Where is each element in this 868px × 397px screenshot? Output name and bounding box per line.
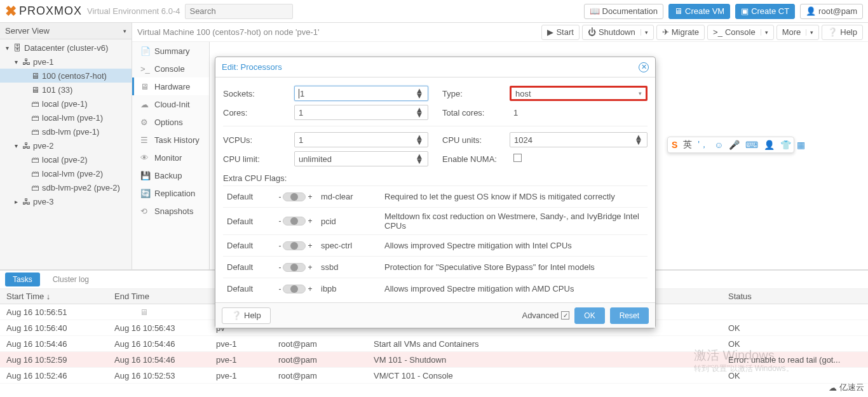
- advanced-checkbox[interactable]: ✓: [561, 311, 569, 320]
- help-button[interactable]: ❔Help: [222, 307, 271, 324]
- keyboard-icon[interactable]: ⌨: [745, 140, 758, 150]
- breadcrumb: Virtual Machine 100 (centos7-hot) on nod…: [137, 27, 320, 37]
- tree-item[interactable]: 🗃local (pve-2): [0, 152, 132, 166]
- cpu-type-select[interactable]: host▾: [510, 86, 648, 101]
- spin-down-icon[interactable]: ▼: [415, 159, 424, 164]
- caret-icon: ▾: [4, 44, 10, 51]
- numa-checkbox[interactable]: [513, 154, 522, 162]
- submenu-item-backup[interactable]: 💾Backup: [132, 166, 209, 184]
- task-row[interactable]: Aug 16 10:52:59 Aug 16 10:54:46 pve-1 ro…: [0, 352, 868, 368]
- monitor-icon: 🖥: [31, 85, 39, 94]
- cpu-flags-list[interactable]: Default - + md-clear Required to let the…: [223, 185, 648, 299]
- shutdown-button[interactable]: ⏻Shutdown▾: [582, 25, 654, 40]
- help-icon: ❔: [827, 27, 837, 37]
- flag-slider[interactable]: - +: [270, 217, 321, 225]
- chevron-down-icon[interactable]: ▾: [806, 29, 813, 36]
- user-icon: 👤: [806, 6, 816, 16]
- submenu-item-options[interactable]: ⚙Options: [132, 113, 209, 131]
- cores-label: Cores:: [223, 108, 294, 118]
- create-vm-button[interactable]: 🖥Create VM: [668, 4, 730, 19]
- type-label: Type:: [442, 89, 510, 98]
- flag-slider[interactable]: - +: [270, 285, 321, 293]
- ime-toolbar[interactable]: S 英 '， ☺ 🎤 ⌨ 👤 👕 ▦: [667, 137, 794, 153]
- create-ct-button[interactable]: ▣Create CT: [735, 4, 795, 19]
- tree-item[interactable]: 🗃local-lvm (pve-2): [0, 166, 132, 180]
- tree-item[interactable]: ▾🖧pve-1: [0, 55, 132, 69]
- task-row[interactable]: Aug 16 10:52:46 Aug 16 10:52:53 pve-1 ro…: [0, 368, 868, 384]
- search-input[interactable]: [185, 4, 293, 19]
- flag-slider[interactable]: - +: [270, 241, 321, 250]
- advanced-toggle[interactable]: Advanced✓: [522, 311, 569, 320]
- reset-button[interactable]: Reset: [610, 307, 649, 324]
- user-icon[interactable]: 👤: [764, 140, 775, 150]
- col-start-time[interactable]: Start Time ↓: [0, 292, 114, 301]
- console-button[interactable]: >_Console▾: [707, 25, 774, 40]
- mic-icon[interactable]: 🎤: [729, 140, 740, 150]
- punct-icon[interactable]: '，: [698, 139, 709, 151]
- task-row[interactable]: Aug 16 10:54:46 Aug 16 10:54:46 pve-1 ro…: [0, 336, 868, 352]
- flag-slider[interactable]: - +: [270, 192, 321, 201]
- documentation-button[interactable]: 📖Documentation: [584, 4, 663, 19]
- flag-default-label: Default: [223, 192, 270, 201]
- ok-button[interactable]: OK: [574, 307, 604, 324]
- tree-item[interactable]: 🖥101 (33): [0, 83, 132, 97]
- more-button[interactable]: More▾: [776, 25, 820, 40]
- sidebar-header[interactable]: Server View ▾: [0, 23, 132, 39]
- cpu-flag-row: Default - + spec-ctrl Allows improved Sp…: [223, 235, 648, 257]
- chevron-down-icon[interactable]: ▾: [641, 29, 648, 36]
- chevron-down-icon[interactable]: ▾: [761, 29, 768, 36]
- edit-processors-modal: Edit: Processors ✕ Sockets: 1▲▼ Type: ho…: [215, 57, 656, 328]
- submenu-item-monitor[interactable]: 👁Monitor: [132, 149, 209, 166]
- flag-name: ibpb: [321, 284, 384, 293]
- submenu-item-cloud-init[interactable]: ☁Cloud-Init: [132, 95, 209, 113]
- start-button[interactable]: ▶Start: [541, 25, 579, 40]
- tree-label: Datacenter (cluster-v6): [24, 43, 108, 53]
- cpu-limit-input[interactable]: unlimited▲▼: [294, 151, 428, 166]
- emoji-icon[interactable]: ☺: [714, 140, 723, 150]
- storage-icon: 🗃: [31, 127, 39, 136]
- cloud-icon: ☁: [140, 100, 149, 109]
- submenu-item-summary[interactable]: 📄Summary: [132, 42, 209, 60]
- col-status[interactable]: Status: [728, 292, 868, 301]
- lang-indicator[interactable]: 英: [683, 139, 692, 151]
- spin-down-icon[interactable]: ▼: [415, 93, 424, 98]
- tab-tasks[interactable]: Tasks: [5, 273, 40, 286]
- skin-icon[interactable]: 👕: [780, 140, 791, 150]
- spin-down-icon[interactable]: ▼: [634, 140, 643, 145]
- help-button[interactable]: ❔Help: [822, 25, 863, 40]
- tree-item[interactable]: 🗃sdb-lvm-pve2 (pve-2): [0, 180, 132, 194]
- submenu-item-replication[interactable]: 🔄Replication: [132, 184, 209, 202]
- tree-item[interactable]: ▸🖧pve-3: [0, 194, 132, 208]
- sockets-input[interactable]: 1▲▼: [294, 86, 428, 101]
- tree-item[interactable]: 🗃local (pve-1): [0, 97, 132, 111]
- tree-item[interactable]: 🖥100 (centos7-hot): [0, 69, 132, 83]
- vcpus-input[interactable]: 1▲▼: [294, 132, 428, 147]
- cpu-limit-label: CPU limit:: [223, 154, 294, 164]
- tree-item[interactable]: ▾🖧pve-2: [0, 138, 132, 152]
- sockets-label: Sockets:: [223, 89, 294, 98]
- cpu-units-input[interactable]: 1024▲▼: [510, 132, 648, 147]
- submenu-item-task-history[interactable]: ☰Task History: [132, 131, 209, 149]
- sogou-icon[interactable]: S: [672, 140, 677, 150]
- tree-item[interactable]: ▾🗄Datacenter (cluster-v6): [0, 41, 132, 55]
- submenu-item-snapshots[interactable]: ⟲Snapshots: [132, 202, 209, 220]
- caret-icon: ▾: [13, 58, 19, 65]
- spin-down-icon[interactable]: ▼: [415, 140, 424, 145]
- close-icon[interactable]: ✕: [639, 62, 649, 72]
- toolbox-icon[interactable]: ▦: [797, 140, 805, 150]
- tab-cluster-log[interactable]: Cluster log: [45, 273, 97, 286]
- submenu-item-hardware[interactable]: 🖥Hardware: [132, 77, 209, 95]
- total-cores-label: Total cores:: [442, 108, 510, 118]
- tree-item[interactable]: 🗃local-lvm (pve-1): [0, 111, 132, 124]
- tree-label: sdb-lvm (pve-1): [42, 127, 99, 137]
- submenu-item-console[interactable]: >_Console: [132, 60, 209, 77]
- spin-down-icon[interactable]: ▼: [415, 112, 424, 118]
- col-end-time[interactable]: End Time: [114, 292, 216, 301]
- flag-default-label: Default: [223, 284, 270, 293]
- tree-item[interactable]: 🗃sdb-lvm (pve-1): [0, 124, 132, 138]
- migrate-button[interactable]: ✈Migrate: [656, 25, 705, 40]
- flag-slider[interactable]: - +: [270, 263, 321, 272]
- flag-desc: Meltdown fix cost reduction on Westmere,…: [384, 212, 648, 231]
- cores-input[interactable]: 1▲▼: [294, 105, 428, 120]
- user-menu-button[interactable]: 👤root@pam: [800, 4, 863, 19]
